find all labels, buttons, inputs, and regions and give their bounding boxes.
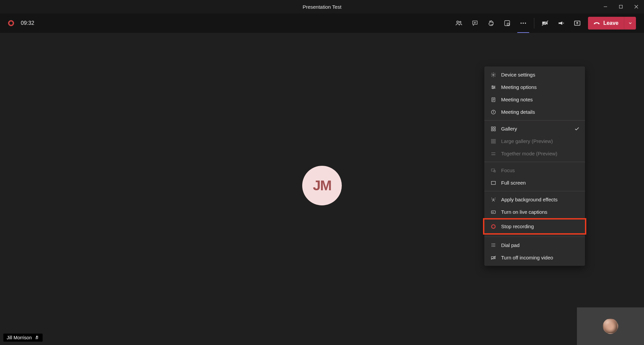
menu-divider [484,120,585,120]
fullscreen-icon [490,180,496,186]
participants-button[interactable] [451,15,467,31]
svg-rect-49 [491,169,494,171]
captions-icon: cc [490,209,496,215]
menu-turn-off-incoming-video[interactable]: Turn off incoming video [484,251,585,264]
svg-point-12 [520,22,522,24]
people-group-icon [490,151,496,156]
menu-divider [484,162,585,162]
meeting-timer: 09:32 [21,20,34,26]
mic-toggle-button[interactable]: × [553,15,569,31]
svg-rect-11 [507,23,509,25]
video-off-icon [490,255,496,260]
svg-point-60 [492,243,492,244]
svg-rect-34 [494,127,495,129]
menu-background-effects[interactable]: Apply background effects [484,193,585,206]
menu-label: Device settings [501,72,535,78]
participant-name: Jill Morrison [7,335,32,340]
menu-device-settings[interactable]: Device settings [484,68,585,81]
svg-point-66 [492,246,492,247]
svg-line-54 [495,198,495,198]
svg-rect-43 [491,142,492,143]
menu-large-gallery: Large gallery (Preview) [484,135,585,147]
svg-point-61 [493,243,494,244]
svg-point-64 [493,245,494,245]
svg-rect-38 [493,139,494,140]
background-effects-icon [490,197,496,202]
menu-meeting-options[interactable]: Meeting options [484,81,585,93]
minimize-button[interactable] [598,0,613,13]
title-bar: Presentation Test [0,0,644,13]
meeting-stage: JM Device settings Meeting options Meeti… [0,33,644,345]
more-actions-menu: Device settings Meeting options Meeting … [484,66,585,266]
more-actions-button[interactable] [515,15,531,31]
menu-label: Meeting notes [501,97,533,102]
svg-point-14 [525,22,526,24]
menu-together-mode: Together mode (Preview) [484,147,585,160]
svg-rect-1 [620,5,623,8]
participant-name-tag: Jill Morrison [3,334,43,342]
svg-rect-37 [491,139,492,140]
menu-label: Meeting details [501,109,535,115]
focus-icon [490,168,496,173]
menu-divider [484,237,585,237]
svg-point-65 [494,245,495,245]
notes-icon [490,97,496,102]
self-view[interactable] [577,307,644,345]
menu-meeting-details[interactable]: Meeting details [484,106,585,118]
menu-label: Apply background effects [501,197,557,202]
rooms-button[interactable] [499,15,515,31]
menu-label: Together mode (Preview) [501,151,557,156]
svg-rect-51 [491,181,495,184]
menu-stop-recording[interactable]: Stop recording [483,218,586,235]
svg-line-53 [491,198,492,198]
svg-point-19 [493,74,494,76]
mic-muted-icon [35,335,39,340]
svg-point-5 [459,21,461,23]
close-window-button[interactable] [629,0,644,13]
svg-point-47 [493,152,494,153]
hangup-icon [593,20,600,27]
svg-point-25 [492,88,493,89]
toolbar-separator [534,18,534,29]
svg-rect-40 [491,141,492,142]
chat-button[interactable] [467,15,483,31]
share-screen-button[interactable] [569,15,585,31]
sliders-icon [490,85,496,90]
svg-rect-33 [491,127,493,129]
menu-label: Turn on live captions [501,209,547,215]
camera-toggle-button[interactable] [537,15,553,31]
svg-point-13 [523,22,524,24]
large-grid-icon [490,139,496,144]
svg-point-4 [457,21,459,23]
svg-point-9 [491,24,491,25]
participant-avatar: JM [302,166,342,205]
svg-point-68 [494,246,495,247]
menu-label: Focus [501,167,515,173]
avatar-initials: JM [313,178,331,194]
menu-gallery[interactable]: Gallery [484,122,585,135]
svg-point-62 [494,243,495,244]
menu-full-screen[interactable]: Full screen [484,177,585,189]
svg-text:×: × [562,21,564,25]
svg-point-48 [494,152,495,153]
dialpad-icon [490,243,496,248]
svg-rect-39 [494,139,495,140]
reactions-button[interactable] [483,15,499,31]
self-avatar [603,318,618,334]
svg-rect-36 [494,129,495,131]
menu-live-captions[interactable]: cc Turn on live captions [484,206,585,218]
leave-button[interactable]: Leave [588,17,624,30]
grid-icon [490,126,496,132]
menu-label: Stop recording [501,224,534,229]
leave-dropdown-button[interactable] [624,17,636,30]
menu-dial-pad[interactable]: Dial pad [484,239,585,251]
svg-text:cc: cc [492,211,494,213]
svg-rect-44 [493,142,494,143]
menu-meeting-notes[interactable]: Meeting notes [484,93,585,106]
menu-label: Meeting options [501,84,537,90]
svg-rect-41 [493,141,494,142]
maximize-button[interactable] [613,0,629,13]
svg-rect-45 [494,142,495,143]
menu-label: Dial pad [501,242,520,248]
menu-label: Large gallery (Preview) [501,138,553,144]
